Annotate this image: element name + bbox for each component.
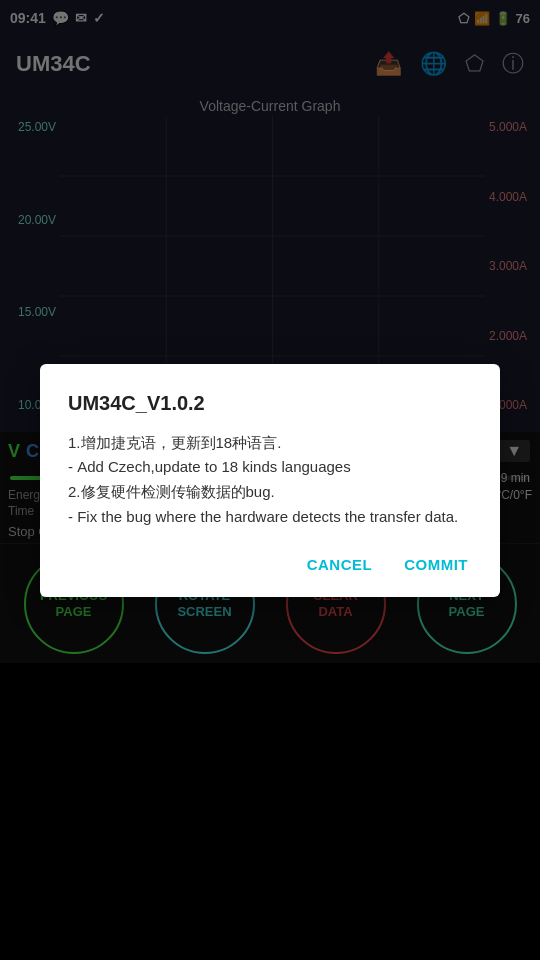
modal-text: 1.增加捷克语，更新到18种语言.- Add Czech,update to 1… xyxy=(68,434,458,525)
modal-actions: CANCEL COMMIT xyxy=(68,550,472,579)
modal-title: UM34C_V1.0.2 xyxy=(68,392,472,415)
update-modal: UM34C_V1.0.2 1.增加捷克语，更新到18种语言.- Add Czec… xyxy=(40,364,500,597)
commit-button[interactable]: COMMIT xyxy=(400,550,472,579)
cancel-button[interactable]: CANCEL xyxy=(303,550,377,579)
modal-overlay: UM34C_V1.0.2 1.增加捷克语，更新到18种语言.- Add Czec… xyxy=(0,0,540,960)
modal-body: 1.增加捷克语，更新到18种语言.- Add Czech,update to 1… xyxy=(68,431,472,530)
